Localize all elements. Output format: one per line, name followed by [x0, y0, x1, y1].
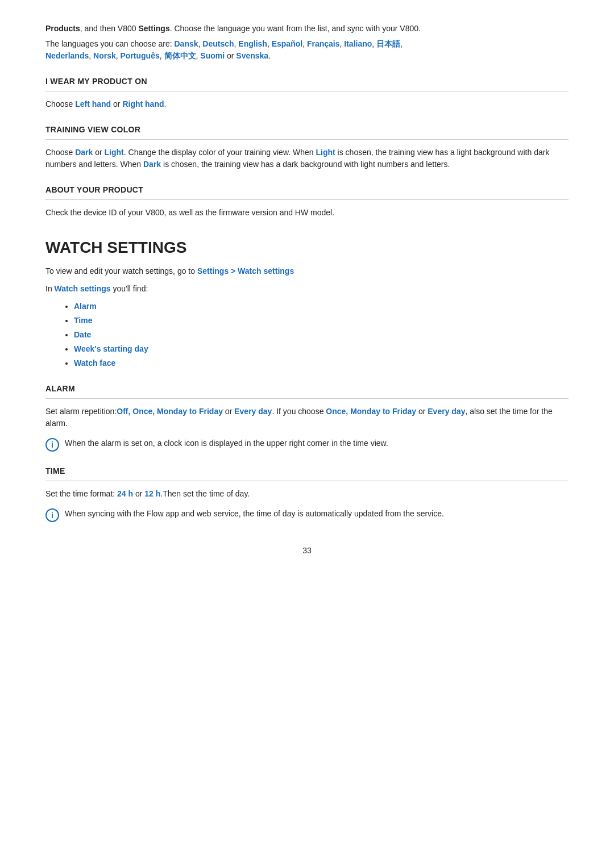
intro-settings-bold: Settings [138, 24, 169, 33]
time-section-heading: TIME [45, 465, 569, 481]
alarm-info-box: i When the alarm is set on, a clock icon… [45, 437, 569, 452]
watch-settings-big-heading: WATCH SETTINGS [45, 236, 569, 260]
languages-prefix: The languages you can choose are: [45, 39, 175, 48]
lang-japanese[interactable]: 日本語 [376, 39, 400, 48]
lang-dansk[interactable]: Dansk [175, 39, 198, 48]
about-paragraph: Check the device ID of your V800, as wel… [45, 207, 569, 219]
training-mid1: or [93, 148, 104, 157]
alarm-section-heading: ALARM [45, 383, 569, 399]
list-item-alarm: Alarm [74, 301, 569, 312]
time-info-text: When syncing with the Flow app and web s… [65, 508, 569, 520]
page-number: 33 [45, 545, 569, 557]
time-suffix: .Then set the time of day. [160, 489, 250, 498]
training-paragraph: Choose Dark or Light. Change the display… [45, 147, 569, 170]
watch-in-suffix: you'll find: [111, 284, 148, 293]
watch-intro-prefix: To view and edit your watch settings, go… [45, 266, 197, 276]
lang-svenska[interactable]: Svenska [236, 51, 268, 60]
training-prefix: Choose [45, 148, 75, 157]
alarm-options3[interactable]: Once, Monday to Friday [326, 407, 416, 416]
alarm-paragraph: Set alarm repetition:Off, Once, Monday t… [45, 406, 569, 429]
list-link-alarm[interactable]: Alarm [74, 302, 97, 311]
training-dark2[interactable]: Dark [143, 160, 161, 169]
list-link-week[interactable]: Week's starting day [74, 344, 148, 353]
lang-deutsch[interactable]: Deutsch [202, 39, 234, 48]
wear-left-hand[interactable]: Left hand [75, 99, 111, 108]
watch-settings-intro2: In Watch settings you'll find: [45, 283, 569, 295]
alarm-mid2: . If you choose [272, 407, 326, 416]
intro-text4: . Choose the language you want from the … [170, 24, 421, 33]
wear-paragraph: Choose Left hand or Right hand. [45, 98, 569, 110]
alarm-options1[interactable]: Off, Once, Monday to Friday [117, 407, 223, 416]
training-mid2: . Change the display color of your train… [124, 148, 316, 157]
time-prefix: Set the time format: [45, 489, 117, 498]
training-section-heading: TRAINING VIEW COLOR [45, 124, 569, 140]
lang-chinese[interactable]: 简体中文 [164, 51, 196, 60]
alarm-mid1: or [223, 407, 234, 416]
list-link-watchface[interactable]: Watch face [74, 358, 115, 368]
lang-nederlands[interactable]: Nederlands [45, 51, 89, 60]
watch-settings-intro1: To view and edit your watch settings, go… [45, 265, 569, 277]
wear-section-heading: I WEAR MY PRODUCT ON [45, 76, 569, 91]
alarm-info-icon: i [45, 438, 59, 452]
list-item-watchface: Watch face [74, 357, 569, 369]
training-light2[interactable]: Light [316, 148, 335, 157]
list-link-time[interactable]: Time [74, 316, 92, 325]
alarm-prefix: Set alarm repetition: [45, 407, 117, 416]
watch-in-prefix: In [45, 284, 55, 293]
alarm-options4[interactable]: Every day [428, 407, 465, 416]
alarm-options2[interactable]: Every day [234, 407, 272, 416]
watch-settings-link[interactable]: Watch settings [55, 284, 111, 293]
time-mid: or [133, 489, 144, 498]
alarm-info-text: When the alarm is set on, a clock icon i… [65, 437, 569, 449]
about-section-heading: ABOUT YOUR PRODUCT [45, 184, 569, 200]
training-light1[interactable]: Light [105, 148, 124, 157]
lang-italiano[interactable]: Italiano [344, 39, 372, 48]
list-item-time: Time [74, 315, 569, 327]
list-link-date[interactable]: Date [74, 330, 91, 339]
training-mid4: is chosen, the training view has a dark … [161, 160, 450, 169]
list-item-date: Date [74, 329, 569, 341]
lang-portugues[interactable]: Português [121, 51, 160, 60]
lang-espanol[interactable]: Español [272, 39, 302, 48]
lang-suomi[interactable]: Suomi [200, 51, 225, 60]
lang-francais[interactable]: Français [307, 39, 340, 48]
intro-paragraph: Products, and then V800 Settings. Choose… [45, 23, 569, 35]
languages-paragraph: The languages you can choose are: Dansk,… [45, 38, 569, 62]
wear-suffix: . [164, 99, 167, 108]
lang-english[interactable]: English [238, 39, 267, 48]
wear-right-hand[interactable]: Right hand [122, 99, 164, 108]
time-info-box: i When syncing with the Flow app and web… [45, 508, 569, 522]
time-info-icon: i [45, 508, 59, 522]
wear-prefix: Choose [45, 99, 75, 108]
training-dark1[interactable]: Dark [75, 148, 93, 157]
list-item-week: Week's starting day [74, 343, 569, 355]
time-24h[interactable]: 24 h [117, 489, 133, 498]
time-12h[interactable]: 12 h [144, 489, 160, 498]
wear-middle: or [111, 99, 122, 108]
alarm-mid3: or [416, 407, 428, 416]
intro-text2: , and then V800 [80, 24, 139, 33]
watch-settings-list: Alarm Time Date Week's starting day Watc… [74, 301, 569, 369]
time-paragraph: Set the time format: 24 h or 12 h.Then s… [45, 488, 569, 500]
watch-settings-nav-link[interactable]: Settings > Watch settings [197, 266, 294, 276]
lang-norsk[interactable]: Norsk [93, 51, 116, 60]
intro-products-bold: Products [45, 24, 80, 33]
